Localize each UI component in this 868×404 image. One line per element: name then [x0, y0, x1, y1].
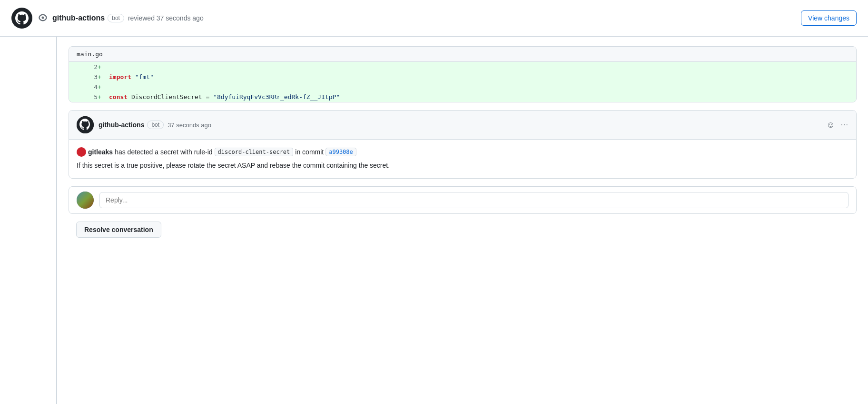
in-commit-text: in commit [295, 148, 324, 156]
comment-warning-text: If this secret is a true positive, pleas… [77, 161, 848, 171]
view-changes-button[interactable]: View changes [801, 10, 857, 26]
comment-header: github-actions bot 37 seconds ago ☺ ··· [69, 111, 856, 140]
line-sign: + [98, 62, 109, 72]
commit-hash-link[interactable]: a99308e [326, 148, 356, 156]
more-options-icon[interactable]: ··· [841, 121, 848, 129]
rule-id-code: discord-client-secret [215, 148, 294, 156]
comment-author: github-actions [99, 121, 144, 129]
commenter-avatar [77, 116, 94, 133]
bot-badge: bot [108, 14, 124, 22]
secret-value: "8dyfuiRyqFvVc3RRr_edRk-fZ__JItpP" [213, 93, 340, 101]
line-sign: + [98, 72, 109, 82]
gitleaks-name: gitleaks [88, 148, 113, 156]
keyword-const: const [109, 93, 128, 101]
comment-bot-badge: bot [147, 121, 164, 129]
comment-card: github-actions bot 37 seconds ago ☺ ··· … [69, 110, 857, 179]
line-number: 5 [69, 92, 98, 102]
code-filename: main.go [69, 47, 856, 62]
string-fmt: "fmt" [135, 73, 154, 81]
line-code: import "fmt" [109, 72, 856, 82]
code-card: main.go 2 + 3 + import "fmt" [69, 46, 857, 102]
code-line-2: 2 + [69, 62, 856, 72]
reply-avatar [77, 192, 94, 209]
keyword-import: import [109, 73, 131, 81]
reply-avatar-image [77, 192, 94, 209]
svg-point-0 [11, 8, 32, 29]
comment-time: 37 seconds ago [168, 121, 211, 129]
code-line-5: 5 + const DiscordClientSecret = "8dyfuiR… [69, 92, 856, 102]
review-time: reviewed 37 seconds ago [128, 14, 204, 22]
reviewer-name: github-actions [52, 14, 105, 22]
svg-point-1 [42, 16, 44, 19]
detected-text: has detected a secret with rule-id [115, 148, 212, 156]
line-number: 4 [69, 82, 98, 92]
page-wrapper: github-actions bot reviewed 37 seconds a… [0, 0, 868, 404]
reply-card [69, 186, 857, 214]
reply-row [69, 187, 856, 213]
comment-actions: ☺ ··· [826, 120, 848, 130]
content-area: main.go 2 + 3 + import "fmt" [0, 37, 868, 404]
comment-body: gitleaks has detected a secret with rule… [69, 140, 856, 178]
code-table: 2 + 3 + import "fmt" 4 [69, 62, 856, 102]
code-line-3: 3 + import "fmt" [69, 72, 856, 82]
resolve-conversation-button[interactable]: Resolve conversation [76, 222, 161, 238]
line-sign: + [98, 82, 109, 92]
github-logo [11, 8, 32, 29]
reply-input[interactable] [99, 192, 848, 208]
line-sign: + [98, 92, 109, 102]
line-code [109, 82, 856, 92]
main-content: main.go 2 + 3 + import "fmt" [57, 37, 868, 404]
line-number: 3 [69, 72, 98, 82]
code-line-4: 4 + [69, 82, 856, 92]
alert-icon [77, 147, 86, 157]
emoji-reaction-icon[interactable]: ☺ [826, 120, 835, 130]
line-number: 2 [69, 62, 98, 72]
line-code: const DiscordClientSecret = "8dyfuiRyqFv… [109, 92, 856, 102]
watch-icon [38, 13, 48, 24]
line-code [109, 62, 856, 72]
review-header: github-actions bot reviewed 37 seconds a… [0, 0, 868, 37]
left-sidebar [0, 37, 57, 404]
gitleaks-detection-line: gitleaks has detected a secret with rule… [77, 147, 848, 157]
